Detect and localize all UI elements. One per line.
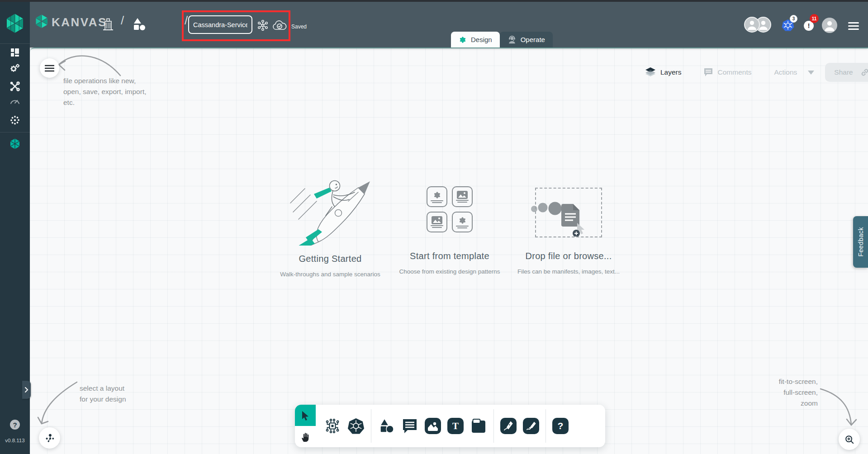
template-tile-design <box>427 186 447 207</box>
kanvas-brand-icon <box>35 14 48 28</box>
collaborator-avatar[interactable] <box>744 17 760 33</box>
canvas-toolbar: T ? <box>295 405 605 447</box>
annotation-zoom: fit-to-screen, full-screen, zoom <box>735 376 818 409</box>
pen-tool-icon[interactable] <box>500 418 517 434</box>
card-title: Start from template <box>386 251 513 261</box>
canvas-panel-controls: Layers Comments Actions Share <box>645 65 868 80</box>
annotation-file-operations: file operations like new, open, save, ex… <box>63 76 147 108</box>
profile-avatar[interactable] <box>822 18 837 33</box>
select-tool-button[interactable] <box>295 405 316 426</box>
toolbar-divider <box>493 409 494 443</box>
card-subtitle: Choose from existing design patterns <box>386 268 513 275</box>
tab-design-label: Design <box>471 36 492 43</box>
card-title: Drop file or browse... <box>501 251 636 261</box>
design-name-input[interactable] <box>188 15 252 34</box>
brand-name: KANVAS <box>52 15 107 29</box>
header-menu-icon[interactable] <box>848 22 859 30</box>
drop-zone[interactable] <box>535 188 602 237</box>
image-tool-icon[interactable] <box>425 418 441 434</box>
text-tool-icon[interactable]: T <box>447 418 464 434</box>
layers-toggle[interactable]: Layers <box>645 67 682 77</box>
actions-dropdown[interactable]: Actions <box>774 68 814 76</box>
card-subtitle: Files can be manifests, images, text... <box>501 268 636 275</box>
notification-count-badge: 11 <box>810 14 819 23</box>
mode-tabs: Design Operate <box>451 32 553 47</box>
operator-headset-icon <box>508 35 517 44</box>
feedback-tab[interactable]: Feedback <box>853 216 868 268</box>
template-tiles <box>386 186 513 232</box>
chevron-down-icon <box>808 71 814 75</box>
comment-icon <box>703 68 713 77</box>
start-from-template-card[interactable]: Start from template Choose from existing… <box>386 186 513 275</box>
save-status: Saved <box>291 24 307 30</box>
share-button[interactable]: Share <box>825 63 868 82</box>
organization-icon[interactable] <box>102 18 114 31</box>
breadcrumb-separator: / <box>185 14 188 28</box>
toolbar-divider <box>371 409 371 443</box>
annotation-layout: select a layout for your design <box>80 383 126 405</box>
dashboard-icon[interactable] <box>9 47 20 58</box>
sidebar-divider <box>0 132 30 132</box>
card-subtitle: Walk-throughs and sample scenarios <box>256 271 405 278</box>
breadcrumb-separator: / <box>121 14 124 28</box>
app-header: KANVAS / / Saved Design Operate <box>30 2 868 47</box>
component-tool-icon[interactable] <box>324 417 341 435</box>
layout-selector-button[interactable] <box>39 427 60 449</box>
tab-operate[interactable]: Operate <box>500 32 553 47</box>
kubernetes-context-badge: 3 <box>790 15 797 23</box>
sidebar-divider <box>0 43 30 44</box>
toggles-wrenches-icon[interactable] <box>9 81 20 92</box>
tab-operate-label: Operate <box>521 36 545 43</box>
shapes-tool-icon[interactable] <box>378 417 395 435</box>
freehand-tool-icon[interactable] <box>523 418 539 434</box>
help-button[interactable]: ? <box>10 420 20 430</box>
comments-toggle[interactable]: Comments <box>703 68 752 77</box>
layer5-logo-icon[interactable] <box>6 14 24 33</box>
design-spiral-icon <box>459 36 467 44</box>
getting-started-card[interactable]: Getting Started Walk-throughs and sample… <box>256 174 405 278</box>
rocket-doodle-illustration <box>280 174 380 246</box>
tab-design[interactable]: Design <box>451 32 500 47</box>
window-top-strip <box>0 0 868 2</box>
toolbar-divider <box>545 409 546 443</box>
design-graph-icon[interactable] <box>257 19 269 31</box>
template-tile-image <box>427 212 447 232</box>
cloud-saved-icon[interactable] <box>272 20 287 31</box>
app-version: v0.8.113 <box>0 438 30 443</box>
performance-gauge-icon[interactable] <box>9 96 20 107</box>
toolbar-icons-row: T ? <box>316 405 605 447</box>
card-title: Getting Started <box>256 254 405 264</box>
pan-tool-button[interactable] <box>295 426 316 447</box>
sidebar-expand-chevron[interactable] <box>22 381 31 399</box>
template-tile-design <box>452 212 473 232</box>
drop-file-card[interactable]: Drop file or browse... Files can be mani… <box>501 188 636 275</box>
zoom-controls-button[interactable] <box>839 429 860 450</box>
help-tool-icon[interactable]: ? <box>552 418 569 434</box>
layers-icon <box>645 67 656 77</box>
extensions-icon[interactable] <box>9 115 20 126</box>
drop-file-illustration <box>531 189 596 236</box>
kubernetes-tool-icon[interactable] <box>347 417 365 435</box>
template-tile-image <box>452 186 473 207</box>
design-canvas[interactable]: file operations like new, open, save, ex… <box>30 47 868 454</box>
kanvas-active-icon[interactable] <box>9 138 20 149</box>
link-icon <box>860 68 868 77</box>
workspace-shapes-icon[interactable] <box>132 17 147 32</box>
settings-gears-icon[interactable] <box>9 63 20 74</box>
section-tool-icon[interactable] <box>470 417 487 435</box>
file-menu-button[interactable] <box>40 58 59 78</box>
comment-tool-icon[interactable] <box>401 417 418 435</box>
